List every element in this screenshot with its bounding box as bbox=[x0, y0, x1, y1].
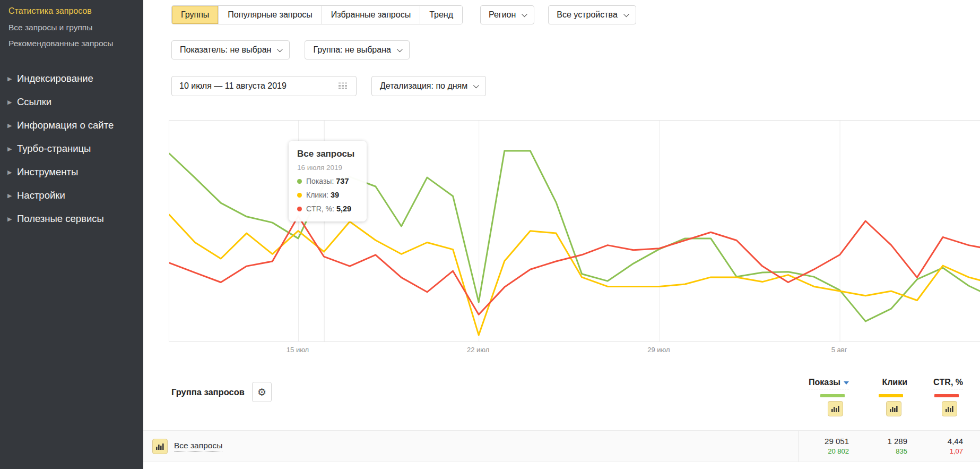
groups-table-header: Группа запросов ⚙ Показы Клики bbox=[143, 378, 980, 416]
ctr-dot-icon bbox=[297, 207, 302, 211]
impressions-dot-icon bbox=[297, 179, 302, 184]
bar-chart-icon bbox=[890, 405, 898, 412]
clicks-value-cell: 1 289 835 bbox=[849, 436, 907, 456]
queries-chart: Все запросы 16 июля 2019 Показы: 737 Кли… bbox=[169, 120, 980, 356]
sidebar-item-links[interactable]: ▶Ссылки bbox=[17, 90, 133, 114]
clicks-color-bar bbox=[879, 394, 903, 397]
group-dropdown[interactable]: Группа: не выбрана bbox=[305, 40, 409, 59]
ctr-sort-header[interactable]: CTR, % bbox=[933, 378, 963, 389]
bar-chart-icon bbox=[156, 443, 164, 450]
bar-chart-icon bbox=[831, 405, 839, 412]
sidebar-item-site-info[interactable]: ▶Информация о сайте bbox=[17, 114, 133, 137]
tooltip-ctr-row: CTR, %: 5,29 bbox=[297, 204, 358, 213]
sidebar: Статистика запросов Все запросы и группы… bbox=[0, 0, 143, 469]
clicks-chart-toggle[interactable] bbox=[886, 401, 901, 416]
sidebar-item-all-queries[interactable]: Все запросы и группы bbox=[8, 22, 117, 33]
chevron-down-icon bbox=[277, 46, 283, 52]
tab-favorite-queries[interactable]: Избранные запросы bbox=[322, 6, 420, 24]
chevron-down-icon bbox=[623, 11, 629, 17]
tooltip-title: Все запросы bbox=[297, 149, 358, 159]
clicks-dot-icon bbox=[297, 193, 302, 198]
ctr-value-cell: 4,44 1,07 bbox=[907, 436, 963, 456]
main-content: Группы Популярные запросы Избранные запр… bbox=[143, 0, 980, 469]
x-axis-tick: 5 авг bbox=[831, 346, 847, 354]
column-divider bbox=[799, 431, 799, 462]
sidebar-item-recommended-queries[interactable]: Рекомендованные запросы bbox=[8, 38, 117, 49]
sort-desc-icon bbox=[844, 381, 849, 385]
arrow-right-icon: ▶ bbox=[7, 207, 12, 231]
column-header-clicks: Клики bbox=[849, 378, 907, 416]
arrow-right-icon: ▶ bbox=[7, 137, 12, 160]
toolbar-row-period: 10 июля — 11 августа 2019 Детализация: п… bbox=[171, 76, 980, 96]
gear-icon[interactable]: ⚙ bbox=[252, 382, 272, 402]
impressions-sort-header[interactable]: Показы bbox=[809, 378, 849, 389]
ctr-color-bar bbox=[934, 394, 959, 397]
date-range-input[interactable]: 10 июля — 11 августа 2019 bbox=[171, 76, 357, 96]
sidebar-item-query-statistics[interactable]: Статистика запросов bbox=[8, 5, 133, 17]
x-axis-tick: 15 июл bbox=[287, 346, 309, 354]
tooltip-date: 16 июля 2019 bbox=[297, 164, 358, 172]
all-queries-link[interactable]: Все запросы bbox=[174, 441, 222, 452]
table-row-all-queries[interactable]: Все запросы 29 051 20 802 1 289 835 4,44… bbox=[143, 430, 980, 462]
tooltip-impressions-row: Показы: 737 bbox=[297, 177, 358, 185]
toolbar-row-filters: Показатель: не выбран Группа: не выбрана bbox=[171, 40, 980, 59]
impressions-color-bar bbox=[820, 394, 845, 397]
tab-groups[interactable]: Группы bbox=[172, 6, 218, 24]
detail-dropdown[interactable]: Детализация: по дням bbox=[371, 76, 486, 96]
ctr-chart-toggle[interactable] bbox=[942, 401, 957, 416]
x-axis-tick: 29 июл bbox=[647, 346, 670, 354]
view-tab-group: Группы Популярные запросы Избранные запр… bbox=[171, 5, 463, 24]
sidebar-item-useful-services[interactable]: ▶Полезные сервисы bbox=[17, 207, 133, 231]
arrow-right-icon: ▶ bbox=[7, 90, 12, 114]
arrow-right-icon: ▶ bbox=[7, 114, 12, 137]
metric-dropdown[interactable]: Показатель: не выбран bbox=[171, 40, 290, 59]
devices-dropdown[interactable]: Все устройства bbox=[548, 5, 636, 24]
sidebar-item-indexing[interactable]: ▶Индексирование bbox=[17, 67, 133, 90]
chevron-down-icon bbox=[397, 46, 403, 52]
clicks-sort-header[interactable]: Клики bbox=[882, 378, 907, 389]
x-axis-tick: 22 июл bbox=[467, 346, 489, 354]
chart-x-axis-labels: 15 июл22 июл29 июл5 авг bbox=[169, 342, 980, 356]
tab-popular-queries[interactable]: Популярные запросы bbox=[218, 6, 321, 24]
tooltip-clicks-row: Клики: 39 bbox=[297, 191, 358, 199]
bar-chart-icon bbox=[946, 405, 953, 412]
sidebar-item-settings[interactable]: ▶Настройки bbox=[17, 184, 133, 207]
calendar-grid-icon bbox=[338, 82, 349, 90]
impressions-value-cell: 29 051 20 802 bbox=[791, 436, 849, 456]
table-title: Группа запросов bbox=[171, 387, 245, 397]
region-dropdown[interactable]: Регион bbox=[480, 5, 534, 24]
sidebar-item-tools[interactable]: ▶Инструменты bbox=[17, 160, 133, 184]
tab-trend[interactable]: Тренд bbox=[420, 6, 462, 24]
column-header-ctr: CTR, % bbox=[907, 378, 963, 416]
chevron-down-icon bbox=[473, 82, 479, 88]
impressions-chart-toggle[interactable] bbox=[828, 401, 843, 416]
chevron-down-icon bbox=[522, 11, 527, 17]
arrow-right-icon: ▶ bbox=[7, 160, 12, 184]
column-header-impressions: Показы bbox=[791, 378, 849, 416]
arrow-right-icon: ▶ bbox=[7, 184, 12, 207]
toolbar-row-tabs: Группы Популярные запросы Избранные запр… bbox=[171, 5, 980, 24]
arrow-right-icon: ▶ bbox=[7, 67, 12, 90]
row-bar-chart-icon[interactable] bbox=[152, 439, 168, 454]
chart-plot-area[interactable]: Все запросы 16 июля 2019 Показы: 737 Кли… bbox=[169, 120, 980, 342]
chart-tooltip: Все запросы 16 июля 2019 Показы: 737 Кли… bbox=[289, 141, 367, 221]
sidebar-item-turbo-pages[interactable]: ▶Турбо-страницы bbox=[17, 137, 133, 160]
